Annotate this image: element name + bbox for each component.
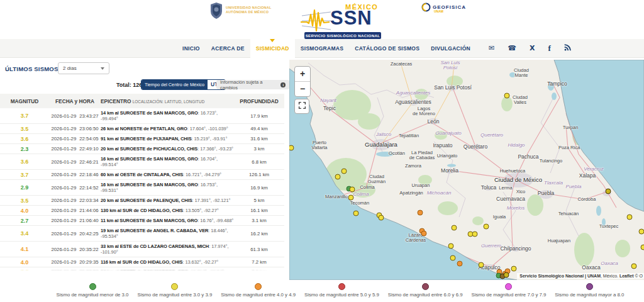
nav-item-sismogramas[interactable]: SISMOGRAMAS — [295, 39, 349, 58]
earthquake-marker[interactable] — [457, 261, 463, 267]
phone-icon[interactable]: ☎ — [508, 45, 516, 52]
magnitude-value[interactable]: 4.0 — [0, 208, 49, 214]
depth-value: 16.9 km — [234, 185, 284, 191]
nav-item-acerca-de[interactable]: ACERCA DE — [206, 39, 250, 58]
earthquake-marker[interactable] — [511, 266, 517, 272]
datetime-value: 2026-01-2922:14:52 — [49, 185, 101, 191]
magnitude-value[interactable]: 3.5 — [0, 198, 49, 204]
datetime-value: 2026-01-2921:06:40 — [49, 218, 101, 223]
magnitude-value[interactable]: 4.1 — [0, 246, 49, 252]
earthquake-marker[interactable] — [341, 169, 347, 174]
magnitude-value[interactable]: 3.6 — [0, 159, 49, 165]
epicenter-value: 14 km al OESTE de SAN MARCOS, GRO: 16.71… — [101, 269, 234, 271]
earthquake-marker[interactable] — [472, 232, 478, 237]
facebook-icon[interactable]: f — [548, 44, 550, 52]
magnitude-value[interactable]: 2.3 — [0, 146, 49, 152]
attribution-leaflet-link[interactable]: Leaflet — [619, 274, 634, 278]
earthquake-marker[interactable] — [639, 229, 644, 235]
date-range-select[interactable]: 2 días — [58, 62, 109, 74]
unam-logo[interactable]: UNIVERSIDAD NACIONAL AUTÓNOMA DE MÉXICO — [209, 2, 271, 22]
table-header: MAGNITUD FECHA y HORA EPICENTRO LOCALIZA… — [0, 94, 284, 108]
table-row[interactable]: 2.92026-01-2922:14:5216 km al SUROESTE d… — [0, 180, 284, 196]
legend-dot-icon — [505, 283, 512, 290]
earthquake-marker[interactable] — [448, 243, 454, 249]
depth-value: 16.2 km — [234, 231, 284, 237]
col-magnitude: MAGNITUD — [0, 98, 49, 104]
magnitude-value[interactable]: 3.7 — [0, 113, 49, 119]
zoom-out-button[interactable]: − — [295, 81, 310, 96]
chevron-down-icon — [101, 67, 104, 72]
legend-dot-icon — [422, 283, 429, 290]
earthquake-marker[interactable] — [504, 93, 510, 99]
geofisica-logo[interactable]: geofisica UNAM — [421, 3, 466, 14]
earthquake-marker[interactable] — [350, 187, 355, 193]
epicenter-value: 26 km al NORESTE de PETATLAN, GRO: 17.60… — [101, 126, 234, 132]
timezone-local-button[interactable]: Tiempo del Centro de México — [142, 80, 208, 89]
table-row[interactable]: 3.62026-01-2922:46:2116 km al SUROESTE d… — [0, 154, 284, 170]
disclaimer-text: Información sujeta a cambios — [220, 79, 278, 91]
earthquake-marker[interactable] — [627, 215, 633, 220]
datetime-value: 2026-01-2923:43:27 — [49, 113, 101, 119]
fullscreen-icon — [298, 101, 306, 112]
nav-item-divulgación[interactable]: DIVULGACIÓN — [425, 39, 476, 58]
magnitude-value[interactable]: 3.6 — [0, 269, 49, 271]
datetime-value: 2026-01-2922:46:21 — [49, 159, 101, 165]
earthquake-marker[interactable] — [348, 195, 354, 201]
depth-value: 31.6 km — [234, 136, 284, 142]
table-row[interactable]: 3.62026-01-2922:54:0591 km al SUROESTE d… — [0, 134, 284, 144]
earthquake-marker[interactable] — [450, 255, 456, 261]
table-row[interactable]: 3.72026-01-2922:18:4660 km al OESTE de C… — [0, 170, 284, 180]
earthquake-marker[interactable] — [484, 224, 489, 230]
zoom-in-button[interactable]: + — [295, 67, 310, 81]
earthquake-marker[interactable] — [631, 264, 637, 269]
earthquake-marker[interactable] — [479, 262, 484, 268]
magnitude-value[interactable]: 3.6 — [0, 136, 49, 142]
ssn-logo[interactable]: MÉXICO SSN SERVICIO SISMOLÓGICO NACIONAL — [301, 2, 389, 38]
table-row[interactable]: 3.72026-01-2923:43:2714 km al SUROESTE d… — [0, 108, 284, 124]
datetime-value: 2026-01-2922:54:05 — [49, 136, 101, 142]
magnitude-value[interactable]: 4.0 — [0, 259, 49, 266]
mail-icon[interactable]: ✉ — [489, 45, 494, 52]
table-row[interactable]: 2.32026-01-2922:49:1020 km al SUROESTE d… — [0, 144, 284, 154]
earthquake-marker[interactable] — [418, 210, 423, 216]
x-icon[interactable]: X — [530, 45, 535, 52]
magnitude-value[interactable]: 2.7 — [0, 218, 49, 224]
magnitude-value[interactable]: 3.4 — [0, 230, 49, 237]
nav-item-inicio[interactable]: INICIO — [177, 39, 206, 58]
earthquake-marker[interactable] — [335, 174, 341, 180]
seismic-map[interactable]: San Luis PotosíAguascalientesNayaritJali… — [289, 60, 644, 280]
table-row[interactable]: 4.12026-01-2920:35:2233 km al ESTE de CD… — [0, 242, 284, 257]
legend-item: Sismo de magnitud entre 4.0 y 4.9 — [216, 280, 300, 298]
table-row[interactable]: 3.42026-01-2920:42:2519 km al SUROESTE d… — [0, 226, 284, 242]
magnitude-value[interactable]: 2.9 — [0, 184, 49, 191]
nav-item-catálogo-de-sismos[interactable]: CATÁLOGO DE SISMOS — [349, 39, 425, 58]
epicenter-value: 16 km al SUROESTE de SAN MARCOS, GRO: 16… — [101, 156, 234, 168]
quake-list-panel: ÚLTIMOS SISMOS. 2 días Total: 126 Tiempo… — [0, 58, 289, 280]
epicenter-value: 16 km al SUROESTE de SAN MARCOS, GRO: 16… — [101, 182, 234, 194]
datetime-value: 2026-01-2922:18:46 — [49, 172, 101, 177]
map-zoom-control: + − — [294, 66, 311, 97]
table-row[interactable]: 2.72026-01-2921:06:4011 km al SUROESTE d… — [0, 216, 284, 226]
earthquake-marker[interactable] — [421, 231, 427, 237]
rss-icon[interactable] — [564, 44, 571, 52]
earthquake-marker[interactable] — [606, 189, 611, 194]
earthquake-marker[interactable] — [452, 225, 457, 231]
info-icon[interactable] — [280, 82, 286, 87]
table-row[interactable]: 3.52026-01-2922:03:3420 km al SUROESTE d… — [0, 196, 284, 206]
table-row[interactable]: 4.02026-01-2921:44:06130 km al SUR de CD… — [0, 206, 284, 216]
table-row[interactable]: 3.52026-01-2923:06:5026 km al NORESTE de… — [0, 124, 284, 134]
earthquake-marker[interactable] — [504, 272, 509, 278]
nav-items: INICIOACERCA DESISMICIDADSISMOGRAMASCATÁ… — [177, 39, 476, 58]
legend-label: Sismo de magnitud entre 5.0 y 5.9 — [304, 292, 379, 298]
depth-value: 3 km — [234, 146, 284, 152]
magnitude-value[interactable]: 3.5 — [0, 126, 49, 132]
fullscreen-button[interactable] — [294, 99, 309, 114]
nav-item-sismicidad[interactable]: SISMICIDAD — [250, 39, 295, 58]
earthquake-marker[interactable] — [379, 215, 384, 221]
table-row[interactable]: 4.02026-01-2920:29:35116 km al SUR de CD… — [0, 257, 284, 267]
magnitude-value[interactable]: 3.7 — [0, 172, 49, 178]
table-row[interactable]: 3.62026-01-2920:23:5814 km al OESTE de S… — [0, 267, 284, 271]
earthquake-marker[interactable] — [641, 245, 644, 250]
epicenter-value: 60 km al OESTE de CINTALAPA, CHIS: 16.72… — [101, 172, 234, 178]
earthquake-marker[interactable] — [353, 211, 359, 216]
